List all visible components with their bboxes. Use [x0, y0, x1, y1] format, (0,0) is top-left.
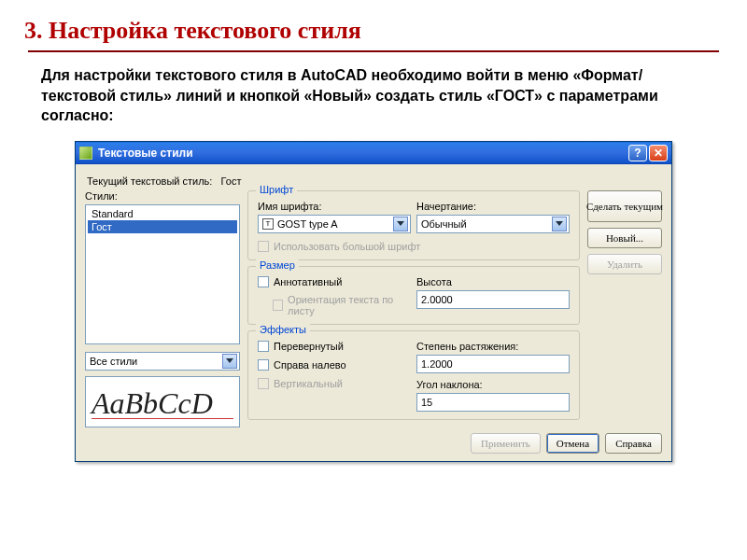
list-item[interactable]: Гост — [88, 220, 237, 233]
height-input[interactable]: 2.0000 — [416, 290, 570, 309]
close-icon[interactable]: ✕ — [649, 145, 668, 161]
set-current-button[interactable]: Сделать текущим — [587, 190, 662, 222]
font-style-label: Начертание: — [416, 201, 570, 212]
styles-filter-dropdown[interactable]: Все стили — [85, 352, 240, 371]
oblique-angle-label: Угол наклона: — [416, 379, 570, 390]
slide-body-text: Для настройки текстового стиля в AutoCAD… — [41, 65, 706, 126]
font-name-label: Имя шрифта: — [258, 201, 411, 212]
chevron-down-icon[interactable] — [222, 354, 237, 369]
slide-heading: 3. Настройка текстового стиля — [24, 17, 747, 45]
oblique-angle-input[interactable]: 15 — [416, 393, 570, 412]
width-factor-input[interactable]: 1.2000 — [416, 355, 570, 373]
size-group: Размер Аннотативный Ориентация текста по… — [247, 266, 580, 325]
help-button[interactable]: Справка — [605, 433, 662, 454]
styles-label: Стили: — [85, 190, 240, 202]
effects-group: Эффекты Перевернутый Справа налево Верти… — [247, 330, 580, 420]
text-styles-dialog: Текстовые стили ? ✕ Текущий текстовый ст… — [75, 141, 672, 462]
current-style-line: Текущий текстовый стиль: Гост — [87, 175, 662, 187]
new-style-button[interactable]: Новый... — [587, 228, 662, 248]
truetype-icon: T — [262, 218, 274, 230]
styles-listbox[interactable]: Standard Гост — [85, 204, 240, 344]
dialog-titlebar[interactable]: Текстовые стили ? ✕ — [76, 142, 671, 164]
big-font-checkbox: Использовать большой шрифт — [258, 241, 420, 252]
font-style-dropdown[interactable]: Обычный — [416, 215, 570, 233]
help-icon[interactable]: ? — [628, 145, 647, 161]
apply-button: Применить — [471, 433, 541, 454]
orient-checkbox: Ориентация текста по листу — [273, 294, 411, 316]
chevron-down-icon[interactable] — [393, 217, 408, 231]
heading-rule — [28, 50, 719, 52]
style-preview: AaBbCcD — [85, 376, 240, 427]
chevron-down-icon[interactable] — [552, 217, 567, 231]
delete-style-button: Удалить — [587, 254, 662, 274]
upside-down-checkbox[interactable]: Перевернутый — [258, 341, 411, 352]
annotative-checkbox[interactable]: Аннотативный — [258, 276, 342, 287]
app-icon — [79, 147, 92, 160]
font-name-dropdown[interactable]: T GOST type A — [258, 215, 411, 233]
vertical-checkbox: Вертикальный — [258, 378, 411, 389]
list-item[interactable]: Standard — [88, 207, 237, 220]
height-label: Высота — [416, 276, 570, 287]
font-group: Шрифт Имя шрифта: T GOST type A Начертан… — [247, 190, 580, 260]
dialog-title: Текстовые стили — [98, 147, 193, 160]
rtl-checkbox[interactable]: Справа налево — [258, 359, 411, 371]
width-factor-label: Степень растяжения: — [416, 341, 570, 352]
cancel-button[interactable]: Отмена — [546, 433, 599, 454]
